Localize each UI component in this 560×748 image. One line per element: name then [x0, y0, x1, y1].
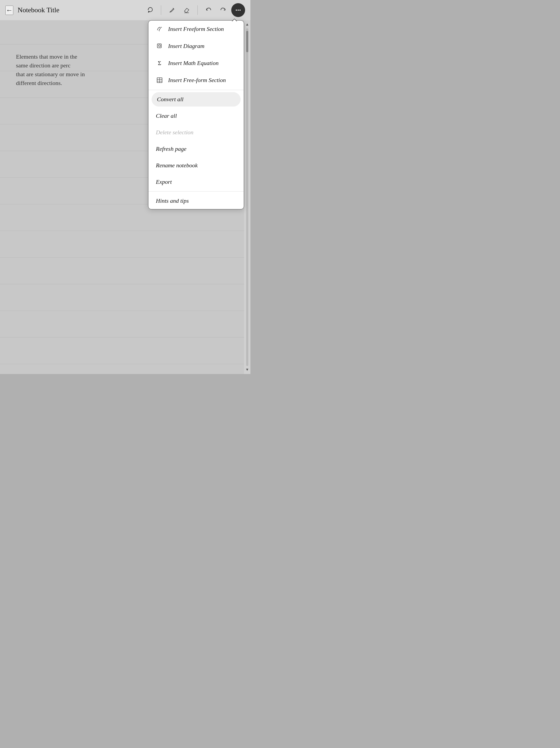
scrollbar-thumb[interactable] [246, 31, 248, 52]
line-rule [0, 231, 244, 231]
line-rule [0, 364, 244, 364]
menu-item-rename-notebook[interactable]: Rename notebook [148, 157, 244, 174]
scroll-down-arrow[interactable]: ▼ [246, 368, 249, 372]
menu-item-insert-math[interactable]: Σ Insert Math Equation [148, 54, 244, 72]
menu-label-insert-diagram: Insert Diagram [168, 43, 204, 50]
menu-label-insert-freeform: Insert Freeform Section [168, 26, 224, 32]
dropdown-pointer-inner [232, 19, 237, 22]
menu-label-delete-selection: Delete selection [156, 129, 193, 136]
pen-button[interactable] [165, 3, 179, 17]
menu-item-refresh-page[interactable]: Refresh page [148, 141, 244, 157]
math-icon: Σ [156, 60, 163, 67]
menu-separator-1 [148, 90, 244, 90]
toolbar: ← Notebook Title [0, 0, 251, 20]
notebook-text: Elements that move in the same direction… [16, 52, 90, 87]
notebook-title: Notebook Title [18, 6, 60, 14]
menu-label-convert-all: Convert all [157, 96, 184, 103]
menu-item-hints-tips[interactable]: Hints and tips [148, 193, 244, 209]
separator-2 [197, 5, 198, 15]
svg-point-0 [236, 9, 237, 11]
menu-label-insert-freeform-section: Insert Free-form Section [168, 77, 226, 84]
eraser-button[interactable] [180, 3, 194, 17]
scrollbar[interactable]: ▲ ▼ [244, 20, 251, 374]
svg-point-4 [159, 45, 160, 47]
menu-item-export[interactable]: Export [148, 174, 244, 190]
menu-label-rename-notebook: Rename notebook [156, 162, 198, 169]
lasso-button[interactable] [143, 3, 157, 17]
diagram-icon [156, 42, 163, 50]
more-button[interactable] [231, 3, 245, 17]
menu-label-insert-math: Insert Math Equation [168, 60, 218, 67]
convert-all-wrapper: Convert all [148, 91, 244, 108]
menu-item-insert-diagram[interactable]: Insert Diagram [148, 38, 244, 54]
freeform-section-icon [156, 76, 163, 84]
freeform-icon [156, 25, 163, 33]
menu-item-clear-all[interactable]: Clear all [148, 108, 244, 124]
menu-item-convert-all[interactable]: Convert all [151, 92, 240, 107]
redo-button[interactable] [216, 3, 230, 17]
menu-item-delete-selection[interactable]: Delete selection [148, 124, 244, 141]
menu-label-export: Export [156, 179, 172, 185]
menu-label-refresh-page: Refresh page [156, 145, 186, 153]
svg-point-2 [239, 9, 240, 11]
menu-item-insert-freeform-section[interactable]: Insert Free-form Section [148, 72, 244, 89]
menu-label-hints-tips: Hints and tips [156, 197, 189, 204]
scroll-up-arrow[interactable]: ▲ [246, 22, 249, 27]
menu-label-clear-all: Clear all [156, 112, 177, 119]
back-button[interactable]: ← [5, 6, 13, 15]
undo-button[interactable] [202, 3, 215, 17]
separator-1 [161, 5, 161, 15]
line-rule [0, 257, 244, 258]
svg-point-1 [238, 9, 239, 11]
text-line-2: that are stationary or move in different… [16, 70, 90, 87]
toolbar-right [143, 3, 245, 17]
menu-item-insert-freeform[interactable]: Insert Freeform Section [148, 21, 244, 38]
dropdown-menu: Insert Freeform Section Insert Diagram Σ… [148, 20, 244, 209]
scrollbar-track[interactable] [246, 28, 248, 366]
line-rule [0, 284, 244, 284]
text-line-1: Elements that move in the same direction… [16, 52, 90, 70]
line-rule [0, 337, 244, 337]
toolbar-left: ← Notebook Title [5, 6, 60, 15]
